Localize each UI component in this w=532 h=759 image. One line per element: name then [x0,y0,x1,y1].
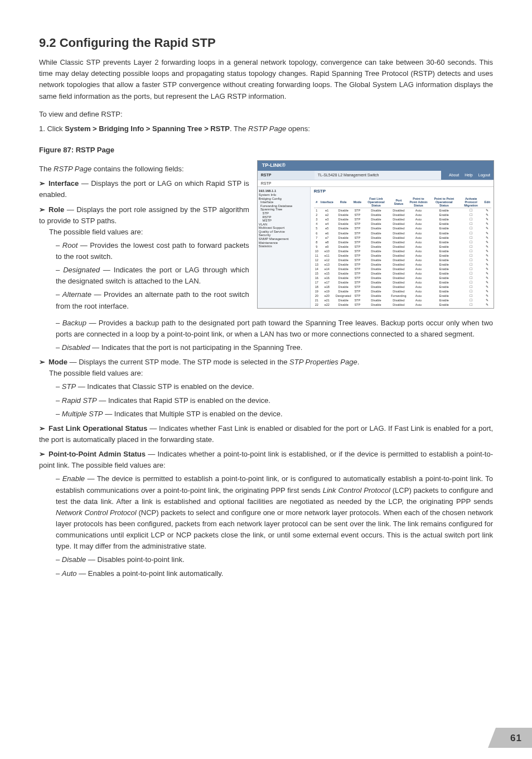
table-cell[interactable]: ☐ [459,276,483,280]
table-cell[interactable]: ✎ [483,222,491,226]
table-cell: Auto [408,253,429,258]
p2p-auto-text: — Enables a point-to-point link automati… [77,569,224,578]
shot-nav-item[interactable]: Security [259,233,309,237]
role-text: — Displays the port role assigned by the… [39,205,249,225]
table-cell: Disable [335,244,352,249]
table-cell: e18 [320,285,335,289]
table-cell: Disabled [390,231,408,236]
shot-nav-item[interactable]: MSTP [259,219,309,223]
table-cell: Enable [429,294,459,298]
table-cell[interactable]: ☐ [459,302,483,307]
table-cell: 5 [314,226,320,230]
table-cell: 9 [314,244,320,249]
table-cell[interactable]: ✎ [483,302,491,307]
table-cell: Auto [408,267,429,271]
table-cell[interactable]: ✎ [483,294,491,298]
table-cell: e17 [320,280,335,285]
shot-nav-item[interactable]: Forwarding Database [259,204,309,208]
shot-nav-item[interactable]: STP [259,212,309,215]
table-cell[interactable]: ✎ [483,298,491,302]
table-cell[interactable]: ✎ [483,249,491,253]
table-cell[interactable]: ☐ [459,289,483,294]
table-cell: Disable [335,226,352,230]
shot-about-link[interactable]: About [449,173,459,177]
table-cell[interactable]: ☐ [459,213,483,217]
table-cell[interactable]: ✎ [483,236,491,240]
table-cell[interactable]: ☐ [459,240,483,244]
table-cell[interactable]: ☐ [459,208,483,213]
table-cell: 15 [314,271,320,276]
shot-logout-link[interactable]: Logout [478,173,490,177]
table-cell[interactable]: ☐ [459,244,483,249]
table-cell[interactable]: ☐ [459,249,483,253]
table-cell[interactable]: ✎ [483,253,491,258]
table-cell[interactable]: ✎ [483,213,491,217]
table-cell[interactable]: ✎ [483,267,491,271]
table-cell[interactable]: ☐ [459,271,483,276]
table-cell[interactable]: ☐ [459,226,483,230]
shot-nav-item[interactable]: Bridging Config [259,197,309,201]
table-cell: Enable [429,276,459,280]
table-cell[interactable]: ✎ [483,231,491,236]
table-col-header: Activate Protocol Migration [459,196,483,208]
table-cell: Disable [362,276,390,280]
shot-help-link[interactable]: Help [465,173,472,177]
table-cell[interactable]: ✎ [483,262,491,267]
table-cell: Enable [429,267,459,271]
shot-nav-item[interactable]: Interface [259,200,309,204]
shot-nav-item[interactable]: Quality of Service [259,230,309,234]
table-cell: Disable [362,249,390,253]
table-cell[interactable]: ☐ [459,231,483,236]
table-cell[interactable]: ☐ [459,262,483,267]
table-cell[interactable]: ☐ [459,280,483,285]
table-cell: Designated [335,294,352,298]
contains-pre: The [39,165,54,173]
table-cell[interactable]: ☐ [459,294,483,298]
table-cell: Enable [429,244,459,249]
table-cell[interactable]: ✎ [483,271,491,276]
table-cell[interactable]: ☐ [459,222,483,226]
table-row: 22e22DisableSTPDisableDisabledAutoEnable… [314,302,491,307]
table-cell[interactable]: ☐ [459,267,483,271]
mode-stp-label: STP [62,382,76,391]
table-cell: Disable [335,236,352,240]
shot-nav-ip: 192.168.1.1 [259,189,309,193]
shot-nav-item[interactable]: RSTP [259,215,309,219]
table-cell: Disable [362,262,390,267]
table-cell: e5 [320,226,335,230]
table-cell[interactable]: ✎ [483,289,491,294]
table-cell[interactable]: ✎ [483,244,491,249]
table-col-header: Port Status [390,196,408,208]
table-cell[interactable]: ☐ [459,236,483,240]
shot-nav-item[interactable]: System Info [259,193,309,197]
bullet-icon: ➢ [39,424,45,433]
table-cell[interactable]: ☐ [459,253,483,258]
table-col-header: Mode [352,196,362,208]
table-cell: Disabled [390,280,408,285]
table-cell: Disable [362,208,390,213]
shot-nav-item[interactable]: SNMP Management [259,237,309,241]
table-cell[interactable]: ✎ [483,276,491,280]
table-cell[interactable]: ☐ [459,298,483,302]
p2p-disable-label: Disable [62,555,86,564]
table-cell[interactable]: ☐ [459,258,483,262]
table-cell: Disable [335,253,352,258]
shot-nav-item[interactable]: Maintenance [259,241,309,245]
table-cell[interactable]: ☐ [459,285,483,289]
shot-nav-item[interactable]: Spanning Tree [259,208,309,212]
shot-nav-tree[interactable]: 192.168.1.1System InfoBridging Config In… [258,187,311,308]
shot-nav-item[interactable]: VLAN [259,223,309,227]
table-cell[interactable]: ✎ [483,258,491,262]
table-cell[interactable]: ☐ [459,217,483,222]
shot-nav-item[interactable]: Multicast Support [259,226,309,230]
table-cell[interactable]: ✎ [483,280,491,285]
shot-tab[interactable]: RSTP [258,180,494,188]
shot-nav-item[interactable]: Statistics [259,244,309,248]
table-cell[interactable]: ✎ [483,240,491,244]
table-cell[interactable]: ✎ [483,217,491,222]
table-cell[interactable]: ✎ [483,208,491,213]
table-cell: Disable [362,231,390,236]
table-cell[interactable]: ✎ [483,285,491,289]
table-cell: 14 [314,267,320,271]
table-cell[interactable]: ✎ [483,226,491,230]
